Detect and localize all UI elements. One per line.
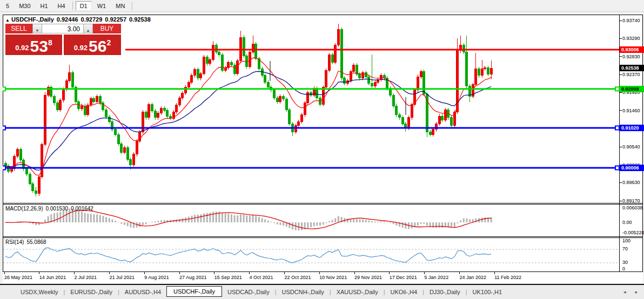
arrow-down-icon: ▼	[36, 29, 39, 32]
x-axis-date-label[interactable]: 2 Jul 2021	[75, 275, 97, 280]
rsi-value: 55.0868	[26, 239, 46, 245]
macd-value-signal: 0.001642	[71, 206, 93, 212]
x-axis-date-label[interactable]: 21 Jul 2021	[109, 275, 135, 280]
chart-header: ▲USDCHF-,Daily0.924460.927290.922570.925…	[5, 16, 153, 23]
sell-price-base: 0.92	[15, 44, 29, 52]
x-axis-date-label[interactable]: 24 Jan 2022	[459, 275, 486, 280]
tab-scroll-left-button[interactable]: ◄	[622, 290, 627, 295]
y-axis-tick[interactable]: 0.89630	[622, 180, 640, 185]
y-axis-tick[interactable]: 0.91460	[622, 108, 640, 113]
tab-usdchf-daily[interactable]: USDCHF-,Daily	[166, 286, 222, 297]
y-axis-tick[interactable]: 0.92370	[622, 72, 640, 77]
buy-button[interactable]: BUY	[93, 24, 121, 33]
tab-usdcad-daily[interactable]: USDCAD-,Daily	[222, 287, 275, 297]
level-handle[interactable]	[615, 87, 619, 91]
axis-ticks	[4, 21, 622, 274]
toolbar-separator	[132, 2, 132, 10]
rsi-axis-label[interactable]: 30	[622, 260, 628, 265]
macd-value-main: 0.001530	[45, 206, 68, 212]
volume-input[interactable]: 3.00	[42, 24, 83, 33]
buy-price-base: 0.92	[74, 44, 88, 52]
buy-price-big: 56	[89, 39, 106, 53]
price-level-badge[interactable]: 0.90006	[620, 165, 644, 171]
rsi-name: RSI(14)	[5, 239, 24, 245]
arrow-up-icon: ▲	[86, 29, 90, 32]
x-axis-date-label[interactable]: 26 May 2021	[4, 275, 32, 280]
tab-ukoil-h4[interactable]: UKOil-,H4	[385, 287, 423, 297]
timeframe-button-m30[interactable]: M30	[15, 1, 35, 11]
macd-indicator-label: MACD(12,26,9)0.0015300.001642	[5, 206, 96, 212]
macd-axis-bottom: -0.005228	[622, 230, 644, 235]
x-axis-date-label[interactable]: 4 Oct 2021	[250, 275, 273, 280]
y-axis-tick[interactable]: 0.92830	[622, 54, 640, 59]
window-left-edge	[0, 15, 3, 283]
x-axis-date-label[interactable]: 5 Jan 2022	[425, 275, 449, 280]
buy-price-display[interactable]: 0.92562	[64, 35, 121, 55]
price-level-badge[interactable]: 0.93006	[620, 46, 644, 53]
timeframe-button-h4[interactable]: H4	[53, 1, 70, 11]
tab-scroll-right-button[interactable]: ►	[634, 290, 639, 295]
sell-price-big: 53	[30, 39, 48, 53]
sell-price-sup: 8	[48, 38, 52, 47]
timeframe-button-h1[interactable]: H1	[36, 1, 52, 11]
x-axis-date-label[interactable]: 29 Nov 2021	[354, 275, 382, 280]
macd-axis-top: 0.006038	[622, 205, 643, 210]
symbol-title: USDCHF-,Daily	[11, 16, 54, 23]
timeframe-toolbar: 5M30H1H4D1W1MN	[0, 0, 644, 12]
timeframe-button-d1[interactable]: D1	[76, 1, 92, 11]
sell-button[interactable]: SELL	[5, 24, 32, 33]
x-axis-date-label[interactable]: 17 Dec 2021	[390, 275, 417, 280]
sell-price-display[interactable]: 0.92538	[5, 35, 62, 55]
ohlc-open: 0.92446	[57, 16, 78, 23]
moving-averages	[5, 58, 491, 175]
macd-axis-zero: 0.00	[622, 220, 632, 225]
x-axis-date-label[interactable]: 22 Oct 2021	[284, 275, 311, 280]
rsi-axis-label[interactable]: 100	[622, 238, 630, 243]
ohlc-low: 0.92257	[105, 16, 126, 23]
rsi-axis-label[interactable]: 0	[622, 266, 625, 271]
x-axis-date-label[interactable]: 11 Feb 2022	[494, 275, 521, 280]
timeframe-button-mn[interactable]: MN	[111, 1, 129, 11]
volume-decrease-button[interactable]: ▼	[32, 24, 42, 33]
tab-scroll-arrows: ◄ ►	[622, 290, 639, 295]
rsi-panel-series	[3, 248, 619, 263]
ohlc-close: 0.92538	[129, 16, 151, 23]
mt4-window: 5M30H1H4D1W1MN ▲USDCHF-,Daily0.924460.92…	[0, 0, 644, 299]
tab-audusd-h4[interactable]: AUDUSD-,H4	[119, 287, 166, 297]
collapse-icon[interactable]: ▲	[5, 18, 10, 23]
tab-usdcnh-daily[interactable]: USDCNH-,Daily	[277, 287, 330, 297]
tab-xauusd-daily[interactable]: XAUUSD-,Daily	[331, 287, 384, 297]
buy-price-sup: 2	[106, 38, 111, 47]
x-axis-date-label[interactable]: 14 Jun 2021	[39, 275, 66, 280]
one-click-trading-panel: SELL ▼ 3.00 ▲ BUY 0.92538 0.92562	[5, 24, 121, 55]
x-axis-date-label[interactable]: 15 Sep 2021	[214, 275, 242, 280]
level-handle[interactable]	[615, 166, 619, 169]
tab-eurusd-daily[interactable]: EURUSD-,Daily	[65, 287, 118, 297]
x-axis-date-label[interactable]: 10 Nov 2021	[319, 275, 347, 280]
tab-dj30-daily[interactable]: DJ30-,Daily	[424, 287, 466, 297]
timeframe-button-5[interactable]: 5	[2, 1, 14, 11]
chart-tab-bar: USDX,Weekly|EURUSD-,Daily|AUDUSD-,H4USDC…	[0, 284, 644, 299]
x-axis-date-label[interactable]: 9 Aug 2021	[144, 275, 169, 280]
y-axis-tick[interactable]: 0.89170	[622, 198, 640, 203]
price-level-badge[interactable]: 0.91020	[620, 125, 644, 131]
rsi-axis-label[interactable]: 70	[622, 246, 628, 252]
volume-increase-button[interactable]: ▲	[83, 24, 93, 33]
toolbar-separator	[72, 2, 73, 10]
macd-name: MACD(12,26,9)	[5, 206, 43, 212]
y-axis-tick[interactable]: 0.90540	[622, 144, 640, 150]
level-handle[interactable]	[615, 126, 619, 130]
price-level-badge[interactable]: 0.92008	[620, 86, 644, 92]
y-axis-tick[interactable]: 0.93740	[622, 18, 640, 23]
timeframe-button-w1[interactable]: W1	[93, 1, 111, 11]
rsi-indicator-label: RSI(14)55.0868	[5, 239, 49, 245]
ohlc-high: 0.92729	[81, 16, 103, 23]
current-price-badge[interactable]: 0.92538	[620, 65, 644, 71]
tab-usdx-weekly[interactable]: USDX,Weekly	[15, 287, 63, 297]
chart-window: ▲USDCHF-,Daily0.924460.927290.922570.925…	[0, 15, 644, 283]
y-axis-tick[interactable]: 0.93290	[622, 36, 640, 41]
tab-uk100-h1[interactable]: UK100-,H1	[467, 287, 507, 297]
x-axis-date-label[interactable]: 27 Aug 2021	[179, 275, 207, 280]
